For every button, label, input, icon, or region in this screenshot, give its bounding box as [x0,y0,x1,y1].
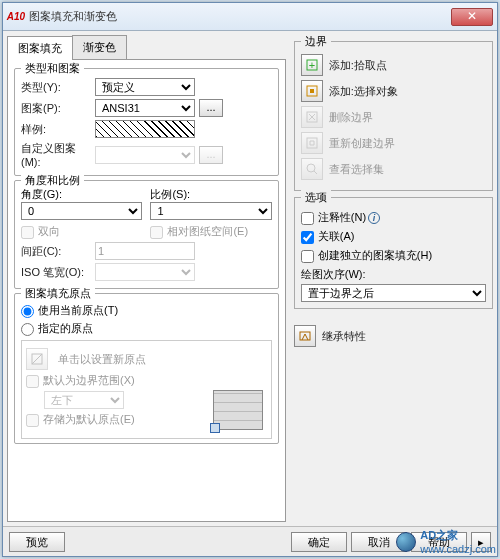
scale-select[interactable]: 1 [150,202,271,220]
spacing-input [95,242,195,260]
origin-preview-icon [213,390,263,430]
associative-checkbox[interactable]: 关联(A) [301,229,355,244]
sample-swatch[interactable] [95,120,195,138]
scale-label: 比例(S): [150,187,271,202]
type-label: 类型(Y): [21,80,91,95]
group-title: 角度和比例 [21,173,84,188]
info-icon[interactable]: i [368,212,380,224]
inherit-props-label: 继承特性 [322,329,366,344]
origin-specify-radio[interactable]: 指定的原点 [21,321,93,336]
extent-select: 左下 [44,391,124,409]
titlebar[interactable]: A10 图案填充和渐变色 ✕ [3,3,497,31]
app-icon: A10 [7,10,25,24]
delete-boundary-icon [301,106,323,128]
group-title: 边界 [301,34,331,49]
watermark-url: www.cadzj.com [420,543,496,555]
watermark: AD之家 www.cadzj.com [396,528,496,555]
add-pickpoint-icon[interactable]: + [301,54,323,76]
sample-label: 样例: [21,122,91,137]
pattern-label: 图案(P): [21,101,91,116]
group-type-pattern: 类型和图案 类型(Y): 预定义 图案(P): ANSI31 ... 样例: [14,68,279,176]
iso-penwidth-select [95,263,195,281]
group-options: 选项 注释性(N)i 关联(A) 创建独立的图案填充(H) 绘图次序(W): 置… [294,197,493,309]
pattern-browse-button[interactable]: ... [199,99,223,117]
set-origin-label: 单击以设置新原点 [58,352,146,367]
delete-boundary-label: 删除边界 [329,110,373,125]
tab-gradient[interactable]: 渐变色 [72,35,127,59]
annotative-checkbox[interactable]: 注释性(N) [301,210,366,225]
custom-pattern-browse: ... [199,146,223,164]
svg-text:+: + [309,59,315,71]
spacing-label: 间距(C): [21,244,91,259]
draw-order-label: 绘图次序(W): [301,267,486,282]
recreate-boundary-label: 重新创建边界 [329,136,395,151]
angle-select[interactable]: 0 [21,202,142,220]
angle-label: 角度(G): [21,187,142,202]
custom-pattern-select [95,146,195,164]
independent-checkbox[interactable]: 创建独立的图案填充(H) [301,248,432,263]
watermark-logo-icon [396,532,416,552]
close-button[interactable]: ✕ [451,8,493,26]
store-origin-checkbox: 存储为默认原点(E) [26,412,135,427]
svg-rect-5 [310,89,314,93]
svg-line-11 [314,171,317,174]
preview-button[interactable]: 预览 [9,532,65,552]
recreate-boundary-icon [301,132,323,154]
add-select-label: 添加:选择对象 [329,84,398,99]
view-selection-icon [301,158,323,180]
svg-point-10 [307,164,315,172]
group-boundary: 边界 +添加:拾取点 添加:选择对象 删除边界 重新创建边界 查看选择集 [294,41,493,191]
group-title: 图案填充原点 [21,286,95,301]
group-hatch-origin: 图案填充原点 使用当前原点(T) 指定的原点 单击以设置新原点 默认为边界范围(… [14,293,279,444]
inherit-props-icon[interactable] [294,325,316,347]
add-select-icon[interactable] [301,80,323,102]
double-checkbox: 双向 [21,225,60,237]
pattern-select[interactable]: ANSI31 [95,99,195,117]
tab-strip: 图案填充 渐变色 [7,35,286,60]
group-title: 类型和图案 [21,61,84,76]
svg-line-1 [32,354,42,364]
type-select[interactable]: 预定义 [95,78,195,96]
default-extent-checkbox: 默认为边界范围(X) [26,373,135,388]
origin-current-radio[interactable]: 使用当前原点(T) [21,303,118,318]
draw-order-select[interactable]: 置于边界之后 [301,284,486,302]
ok-button[interactable]: 确定 [291,532,347,552]
set-origin-icon [26,348,48,370]
view-selection-label: 查看选择集 [329,162,384,177]
group-title: 选项 [301,190,331,205]
paperspace-checkbox: 相对图纸空间(E) [150,225,248,237]
tab-hatch[interactable]: 图案填充 [7,36,73,60]
group-angle-scale: 角度和比例 角度(G): 0 比例(S): 1 双向 相对图纸空间(E [14,180,279,289]
iso-penwidth-label: ISO 笔宽(O): [21,265,91,280]
hatch-dialog: A10 图案填充和渐变色 ✕ 图案填充 渐变色 类型和图案 类型(Y): 预定义… [2,2,498,557]
custom-pattern-label: 自定义图案(M): [21,141,91,168]
window-title: 图案填充和渐变色 [29,9,451,24]
watermark-brand: AD之家 [420,528,496,543]
svg-rect-9 [307,138,317,148]
add-pickpoint-label: 添加:拾取点 [329,58,387,73]
